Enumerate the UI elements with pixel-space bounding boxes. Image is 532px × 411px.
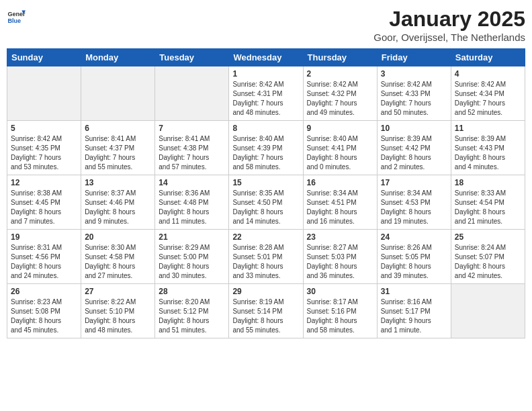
cell-date-number: 19	[11, 232, 77, 242]
calendar-cell	[81, 66, 155, 121]
calendar-cell: 17Sunrise: 8:34 AM Sunset: 4:53 PM Dayli…	[377, 175, 451, 230]
cell-date-number: 30	[307, 287, 373, 296]
cell-date-number: 11	[455, 124, 521, 133]
cell-info-text: Sunrise: 8:28 AM Sunset: 5:01 PM Dayligh…	[232, 243, 299, 281]
calendar-title: January 2025	[373, 7, 525, 32]
cell-date-number: 21	[159, 232, 225, 242]
cell-info-text: Sunrise: 8:42 AM Sunset: 4:31 PM Dayligh…	[232, 80, 299, 118]
cell-info-text: Sunrise: 8:42 AM Sunset: 4:35 PM Dayligh…	[11, 134, 77, 172]
calendar-cell: 19Sunrise: 8:31 AM Sunset: 4:56 PM Dayli…	[7, 230, 81, 284]
cell-date-number: 1	[232, 69, 299, 79]
cell-info-text: Sunrise: 8:36 AM Sunset: 4:48 PM Dayligh…	[159, 189, 225, 226]
logo-icon: General Blue	[7, 7, 26, 26]
cell-date-number: 18	[455, 178, 521, 187]
cell-date-number: 24	[381, 232, 447, 242]
calendar-week-row: 19Sunrise: 8:31 AM Sunset: 4:56 PM Dayli…	[7, 230, 525, 284]
day-header-saturday: Saturday	[451, 49, 525, 66]
calendar-week-row: 5Sunrise: 8:42 AM Sunset: 4:35 PM Daylig…	[7, 121, 525, 175]
cell-info-text: Sunrise: 8:23 AM Sunset: 5:08 PM Dayligh…	[11, 298, 77, 335]
day-header-wednesday: Wednesday	[229, 49, 303, 66]
cell-date-number: 7	[159, 124, 225, 133]
cell-date-number: 9	[307, 124, 373, 133]
logo: General Blue	[7, 7, 26, 26]
calendar-cell: 22Sunrise: 8:28 AM Sunset: 5:01 PM Dayli…	[229, 230, 303, 284]
calendar-cell: 10Sunrise: 8:39 AM Sunset: 4:42 PM Dayli…	[377, 121, 451, 175]
svg-text:Blue: Blue	[7, 17, 21, 24]
cell-date-number: 14	[159, 178, 225, 187]
cell-info-text: Sunrise: 8:41 AM Sunset: 4:37 PM Dayligh…	[85, 134, 151, 172]
cell-info-text: Sunrise: 8:39 AM Sunset: 4:43 PM Dayligh…	[455, 134, 521, 172]
cell-date-number: 23	[307, 232, 373, 242]
cell-date-number: 3	[381, 69, 447, 79]
cell-info-text: Sunrise: 8:42 AM Sunset: 4:32 PM Dayligh…	[307, 80, 373, 118]
cell-date-number: 28	[159, 287, 225, 296]
calendar-cell: 12Sunrise: 8:38 AM Sunset: 4:45 PM Dayli…	[7, 175, 81, 230]
cell-date-number: 4	[455, 69, 521, 79]
cell-info-text: Sunrise: 8:34 AM Sunset: 4:53 PM Dayligh…	[381, 189, 447, 226]
cell-info-text: Sunrise: 8:24 AM Sunset: 5:07 PM Dayligh…	[455, 243, 521, 281]
cell-info-text: Sunrise: 8:39 AM Sunset: 4:42 PM Dayligh…	[381, 134, 447, 172]
cell-date-number: 31	[381, 287, 447, 296]
calendar-cell: 27Sunrise: 8:22 AM Sunset: 5:10 PM Dayli…	[81, 284, 155, 338]
cell-date-number: 12	[11, 178, 77, 187]
calendar-cell: 25Sunrise: 8:24 AM Sunset: 5:07 PM Dayli…	[451, 230, 525, 284]
cell-info-text: Sunrise: 8:20 AM Sunset: 5:12 PM Dayligh…	[159, 298, 225, 335]
cell-info-text: Sunrise: 8:16 AM Sunset: 5:17 PM Dayligh…	[381, 298, 447, 335]
calendar-cell	[155, 66, 229, 121]
cell-info-text: Sunrise: 8:31 AM Sunset: 4:56 PM Dayligh…	[11, 243, 77, 281]
calendar-subtitle: Goor, Overijssel, The Netherlands	[373, 32, 525, 43]
cell-date-number: 6	[85, 124, 151, 133]
calendar-cell: 8Sunrise: 8:40 AM Sunset: 4:39 PM Daylig…	[229, 121, 303, 175]
calendar-cell	[7, 66, 81, 121]
cell-date-number: 10	[381, 124, 447, 133]
calendar-cell: 14Sunrise: 8:36 AM Sunset: 4:48 PM Dayli…	[155, 175, 229, 230]
cell-info-text: Sunrise: 8:19 AM Sunset: 5:14 PM Dayligh…	[232, 298, 299, 335]
calendar-cell: 20Sunrise: 8:30 AM Sunset: 4:58 PM Dayli…	[81, 230, 155, 284]
cell-info-text: Sunrise: 8:22 AM Sunset: 5:10 PM Dayligh…	[85, 298, 151, 335]
title-block: January 2025 Goor, Overijssel, The Nethe…	[373, 7, 525, 43]
day-header-monday: Monday	[81, 49, 155, 66]
calendar-header-row: SundayMondayTuesdayWednesdayThursdayFrid…	[7, 49, 525, 66]
cell-date-number: 5	[11, 124, 77, 133]
cell-date-number: 13	[85, 178, 151, 187]
calendar-cell: 16Sunrise: 8:34 AM Sunset: 4:51 PM Dayli…	[303, 175, 377, 230]
cell-info-text: Sunrise: 8:27 AM Sunset: 5:03 PM Dayligh…	[307, 243, 373, 281]
calendar-cell: 11Sunrise: 8:39 AM Sunset: 4:43 PM Dayli…	[451, 121, 525, 175]
cell-info-text: Sunrise: 8:26 AM Sunset: 5:05 PM Dayligh…	[381, 243, 447, 281]
cell-info-text: Sunrise: 8:29 AM Sunset: 5:00 PM Dayligh…	[159, 243, 225, 281]
cell-info-text: Sunrise: 8:33 AM Sunset: 4:54 PM Dayligh…	[455, 189, 521, 226]
cell-info-text: Sunrise: 8:38 AM Sunset: 4:45 PM Dayligh…	[11, 189, 77, 226]
calendar-cell: 3Sunrise: 8:42 AM Sunset: 4:33 PM Daylig…	[377, 66, 451, 121]
cell-date-number: 16	[307, 178, 373, 187]
cell-info-text: Sunrise: 8:37 AM Sunset: 4:46 PM Dayligh…	[85, 189, 151, 226]
cell-info-text: Sunrise: 8:17 AM Sunset: 5:16 PM Dayligh…	[307, 298, 373, 335]
calendar-week-row: 26Sunrise: 8:23 AM Sunset: 5:08 PM Dayli…	[7, 284, 525, 338]
calendar-cell: 24Sunrise: 8:26 AM Sunset: 5:05 PM Dayli…	[377, 230, 451, 284]
cell-info-text: Sunrise: 8:34 AM Sunset: 4:51 PM Dayligh…	[307, 189, 373, 226]
cell-info-text: Sunrise: 8:42 AM Sunset: 4:34 PM Dayligh…	[455, 80, 521, 118]
calendar-table: SundayMondayTuesdayWednesdayThursdayFrid…	[7, 48, 525, 338]
cell-info-text: Sunrise: 8:41 AM Sunset: 4:38 PM Dayligh…	[159, 134, 225, 172]
cell-date-number: 27	[85, 287, 151, 296]
calendar-cell: 2Sunrise: 8:42 AM Sunset: 4:32 PM Daylig…	[303, 66, 377, 121]
cell-date-number: 29	[232, 287, 299, 296]
cell-date-number: 8	[232, 124, 299, 133]
calendar-cell: 4Sunrise: 8:42 AM Sunset: 4:34 PM Daylig…	[451, 66, 525, 121]
calendar-cell	[451, 284, 525, 338]
calendar-cell: 18Sunrise: 8:33 AM Sunset: 4:54 PM Dayli…	[451, 175, 525, 230]
cell-date-number: 20	[85, 232, 151, 242]
day-header-sunday: Sunday	[7, 49, 81, 66]
calendar-cell: 13Sunrise: 8:37 AM Sunset: 4:46 PM Dayli…	[81, 175, 155, 230]
cell-info-text: Sunrise: 8:42 AM Sunset: 4:33 PM Dayligh…	[381, 80, 447, 118]
calendar-cell: 9Sunrise: 8:40 AM Sunset: 4:41 PM Daylig…	[303, 121, 377, 175]
cell-info-text: Sunrise: 8:30 AM Sunset: 4:58 PM Dayligh…	[85, 243, 151, 281]
calendar-cell: 21Sunrise: 8:29 AM Sunset: 5:00 PM Dayli…	[155, 230, 229, 284]
cell-info-text: Sunrise: 8:35 AM Sunset: 4:50 PM Dayligh…	[232, 189, 299, 226]
calendar-cell: 5Sunrise: 8:42 AM Sunset: 4:35 PM Daylig…	[7, 121, 81, 175]
day-header-thursday: Thursday	[303, 49, 377, 66]
cell-date-number: 2	[307, 69, 373, 79]
cell-date-number: 25	[455, 232, 521, 242]
day-header-tuesday: Tuesday	[155, 49, 229, 66]
calendar-cell: 29Sunrise: 8:19 AM Sunset: 5:14 PM Dayli…	[229, 284, 303, 338]
calendar-cell: 1Sunrise: 8:42 AM Sunset: 4:31 PM Daylig…	[229, 66, 303, 121]
